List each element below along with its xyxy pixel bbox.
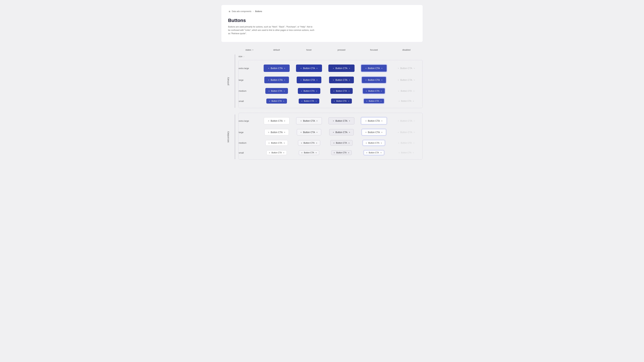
- secondary-dashed-box: extra large ＋ Button CTA ＋: [238, 113, 422, 160]
- states-header-sym: ⇔: [252, 49, 254, 51]
- primary-xl-default: ＋ Button CTA ＋: [260, 64, 293, 72]
- secondary-sm-label: small: [239, 151, 260, 154]
- primary-md-label: medium: [239, 90, 260, 92]
- primary-xl-label: extra large: [239, 67, 260, 69]
- primary-xl-focused-btn[interactable]: ＋ Button CTA ＋: [361, 64, 387, 72]
- page-title: Buttons: [228, 18, 416, 23]
- page-description: Buttons are used primarily for actions, …: [228, 25, 315, 35]
- secondary-md-disabled-btn: ＋ Button CTA ＋: [395, 140, 417, 145]
- secondary-md-pressed-btn[interactable]: ＋ Button CTA ＋: [330, 140, 352, 146]
- primary-xl-hover: ＋ Button CTA ＋: [293, 64, 325, 72]
- col-header-disabled: disabled: [390, 49, 422, 51]
- primary-sm-pressed-btn[interactable]: ＋ Button CTA ＋: [331, 98, 352, 104]
- secondary-md-focused-btn[interactable]: ＋ Button CTA ＋: [363, 140, 385, 146]
- secondary-lg-row: large ＋ Button CTA ＋: [239, 127, 422, 138]
- primary-md-disabled-btn: ＋ Button CTA ＋: [395, 88, 417, 93]
- primary-md-hover-btn[interactable]: ＋ Button CTA ＋: [298, 88, 320, 94]
- secondary-lg-focused-btn[interactable]: ＋ Button CTA ＋: [362, 129, 386, 135]
- secondary-lg-disabled-btn: ＋ Button CTA ＋: [394, 129, 418, 135]
- primary-sm-default-btn[interactable]: ＋ Button CTA ＋: [266, 98, 287, 104]
- primary-lg-focused-btn[interactable]: ＋ Button CTA ＋: [362, 77, 386, 83]
- secondary-md-hover-btn[interactable]: ＋ Button CTA ＋: [298, 140, 320, 146]
- primary-lg-hover-btn[interactable]: ＋ Button CTA ＋: [297, 77, 321, 83]
- primary-xl-pressed: ＋ Button CTA ＋: [325, 64, 358, 72]
- secondary-lg-hover-btn[interactable]: ＋ Button CTA ＋: [297, 129, 321, 135]
- column-headers-row: states ⇔ default hover pressed focused: [221, 49, 422, 53]
- states-header-label: states: [245, 49, 251, 51]
- primary-md-focused-btn[interactable]: ＋ Button CTA ＋: [362, 88, 385, 94]
- primary-lg-default-btn[interactable]: ＋ Button CTA ＋: [264, 77, 289, 83]
- secondary-sm-row: small ＋ Button CTA ＋: [239, 148, 422, 157]
- secondary-lg-label: large: [239, 131, 260, 134]
- secondary-xl-btns: ＋ Button CTA ＋ ＋ Button CTA ＋: [260, 117, 422, 124]
- primary-md-default-btn[interactable]: ＋ Button CTA ＋: [265, 88, 288, 94]
- secondary-lg-default-btn[interactable]: ＋ Button CTA ＋: [264, 129, 289, 135]
- btn-icon-left: ＋: [268, 67, 270, 69]
- breadcrumb-current: Buttons: [255, 10, 262, 12]
- secondary-md-default-btn[interactable]: ＋ Button CTA ＋: [266, 140, 288, 146]
- primary-xl-pressed-btn[interactable]: ＋ Button CTA ＋: [328, 64, 354, 72]
- header-card: ⊞ Data ads components → Buttons Buttons …: [221, 5, 422, 42]
- primary-xl-default-btn[interactable]: ＋ Button CTA ＋: [264, 64, 290, 72]
- primary-sm-label: small: [239, 100, 260, 102]
- primary-size-header-row: size ↕: [238, 53, 422, 60]
- primary-lg-btns: ＋ Button CTA ＋ ＋ Button CTA ＋: [260, 77, 422, 83]
- secondary-xl-label: extra large: [239, 120, 260, 122]
- secondary-md-row: medium ＋ Button CTA ＋: [239, 138, 422, 148]
- btn-icon-right: ＋: [284, 67, 286, 69]
- primary-sm-row: small ＋ Button CTA ＋: [239, 96, 422, 106]
- primary-lg-row: large ＋ Button CTA ＋: [239, 74, 422, 86]
- primary-lg-disabled-btn: ＋ Button CTA ＋: [394, 77, 418, 83]
- secondary-md-btns: ＋ Button CTA ＋ ＋ Button CTA ＋: [260, 140, 422, 146]
- primary-sm-hover-btn[interactable]: ＋ Button CTA ＋: [299, 98, 319, 104]
- btn-label: Button CTA: [271, 67, 282, 69]
- primary-size-header-cell: size ↕: [238, 55, 260, 58]
- primary-hierarchy-label-container: primary: [221, 53, 235, 109]
- primary-sm-disabled-btn: ＋ Button CTA ＋: [396, 99, 416, 103]
- secondary-xl-hover-btn[interactable]: ＋ Button CTA ＋: [296, 117, 322, 124]
- secondary-xl-pressed-btn[interactable]: ＋ Button CTA ＋: [328, 117, 354, 124]
- primary-xl-btns: ＋ Button CTA ＋ ＋ Button CTA ＋: [260, 64, 422, 72]
- col-header-hover: hover: [293, 49, 325, 51]
- primary-dashed-box: extra large ＋ Button CTA ＋: [238, 60, 422, 108]
- breadcrumb-icon: ⊞: [228, 10, 231, 13]
- secondary-sm-disabled-btn: ＋ Button CTA ＋: [396, 150, 416, 155]
- secondary-lg-pressed-btn[interactable]: ＋ Button CTA ＋: [329, 129, 354, 135]
- primary-md-pressed-btn[interactable]: ＋ Button CTA ＋: [330, 88, 353, 94]
- secondary-rows: extra large ＋ Button CTA ＋: [235, 113, 422, 161]
- secondary-hierarchy-label: secundary: [227, 131, 230, 142]
- secondary-sm-default-btn[interactable]: ＋ Button CTA ＋: [266, 150, 287, 155]
- primary-xl-row: extra large ＋ Button CTA ＋: [239, 62, 422, 74]
- col-header-pressed: pressed: [325, 49, 358, 51]
- primary-xl-hover-btn[interactable]: ＋ Button CTA ＋: [296, 64, 322, 72]
- secondary-sm-hover-btn[interactable]: ＋ Button CTA ＋: [299, 150, 319, 155]
- primary-sm-btns: ＋ Button CTA ＋ ＋ Button CTA ＋: [260, 98, 422, 104]
- primary-section: primary size ↕: [221, 53, 422, 109]
- state-columns-header: default hover pressed focused disabled: [260, 49, 422, 51]
- primary-lg-label: large: [239, 79, 260, 81]
- secondary-section: secundary extra large ＋: [221, 113, 422, 161]
- primary-md-row: medium ＋ Button CTA ＋: [239, 86, 422, 96]
- secondary-xl-disabled-btn: ＋ Button CTA ＋: [394, 117, 419, 124]
- secondary-md-label: medium: [239, 142, 260, 144]
- primary-hierarchy-label: primary: [227, 77, 230, 85]
- secondary-sm-pressed-btn[interactable]: ＋ Button CTA ＋: [331, 150, 352, 155]
- page-container: ⊞ Data ads components → Buttons Buttons …: [221, 5, 422, 161]
- secondary-sm-btns: ＋ Button CTA ＋ ＋ Button CTA ＋: [260, 150, 422, 155]
- col-header-default: default: [260, 49, 293, 51]
- primary-xl-disabled-btn: ＋ Button CTA ＋: [394, 65, 419, 71]
- primary-xl-focused: ＋ Button CTA ＋: [358, 64, 390, 72]
- secondary-xl-row: extra large ＋ Button CTA ＋: [239, 115, 422, 127]
- primary-md-btns: ＋ Button CTA ＋ ＋ Button CTA ＋: [260, 88, 422, 94]
- col-header-focused: focused: [358, 49, 390, 51]
- secondary-sm-focused-btn[interactable]: ＋ Button CTA ＋: [364, 150, 384, 155]
- secondary-hierarchy-label-container: secundary: [221, 113, 235, 161]
- primary-sm-focused-btn[interactable]: ＋ Button CTA ＋: [364, 98, 384, 104]
- primary-xl-disabled: ＋ Button CTA ＋: [390, 65, 422, 71]
- primary-lg-pressed-btn[interactable]: ＋ Button CTA ＋: [329, 77, 354, 83]
- secondary-xl-default-btn[interactable]: ＋ Button CTA ＋: [264, 117, 290, 124]
- secondary-xl-focused-btn[interactable]: ＋ Button CTA ＋: [361, 117, 387, 124]
- breadcrumb-parent: Data ads components: [232, 10, 252, 12]
- content-area: states ⇔ default hover pressed focused: [221, 49, 422, 161]
- breadcrumb-arrow: →: [252, 10, 254, 12]
